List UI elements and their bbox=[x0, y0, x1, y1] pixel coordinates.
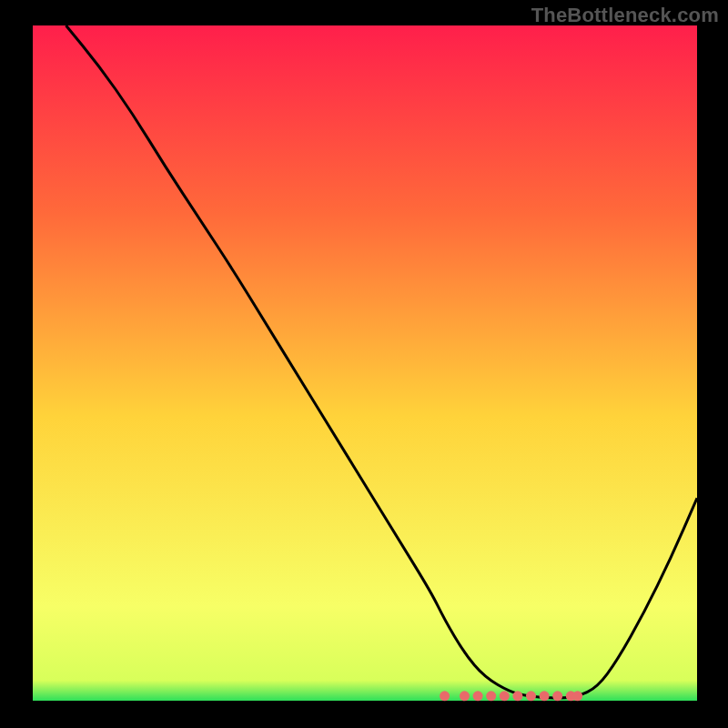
optimal-dot bbox=[552, 691, 562, 701]
optimal-dot bbox=[512, 691, 522, 701]
plot-area bbox=[33, 25, 697, 701]
optimal-dot bbox=[526, 691, 536, 701]
optimal-dot bbox=[473, 691, 483, 701]
optimal-dot bbox=[572, 691, 582, 701]
watermark-text: TheBottleneck.com bbox=[531, 4, 719, 27]
optimal-dot bbox=[540, 691, 550, 701]
optimal-dot bbox=[460, 691, 470, 701]
optimal-dot bbox=[486, 691, 496, 701]
optimal-dot bbox=[500, 691, 510, 701]
chart-container: TheBottleneck.com bbox=[0, 0, 728, 728]
bottleneck-chart bbox=[0, 0, 728, 728]
optimal-dot bbox=[440, 691, 450, 701]
